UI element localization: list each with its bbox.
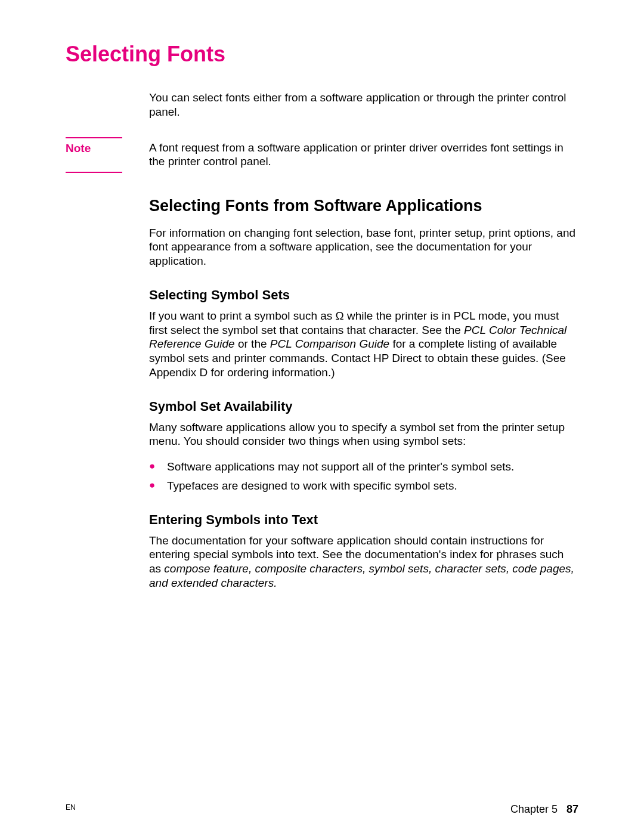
intro-paragraph: You can select fonts either from a softw… — [149, 91, 578, 119]
footer-page-number: 87 — [566, 803, 578, 815]
subsection-body-3: The documentation for your software appl… — [149, 534, 578, 590]
italic-text: compose feature, composite characters, s… — [149, 562, 574, 589]
section-heading: Selecting Fonts from Software Applicatio… — [149, 197, 578, 215]
subsection-body-1: If you want to print a symbol such as Ω … — [149, 309, 578, 380]
note-label-column: Note — [66, 137, 149, 173]
note-label: Note — [66, 137, 122, 173]
subsection-heading-3: Entering Symbols into Text — [149, 512, 578, 528]
subsection-heading-2: Symbol Set Availability — [149, 399, 578, 414]
note-block: Note A font request from a software appl… — [66, 137, 578, 173]
subsection-body-2: Many software applications allow you to … — [149, 420, 578, 449]
list-item: Typefaces are designed to work with spec… — [149, 479, 578, 493]
footer-language: EN — [66, 803, 76, 812]
footer-page-info: Chapter 5 87 — [510, 803, 578, 816]
list-item: Software applications may not support al… — [149, 460, 578, 474]
text-segment: or the — [235, 337, 270, 350]
section-body: For information on changing font selecti… — [149, 226, 578, 268]
bullet-list: Software applications may not support al… — [149, 460, 578, 493]
page-title: Selecting Fonts — [66, 42, 578, 67]
note-text: A font request from a software applicati… — [149, 137, 578, 169]
subsection-heading-1: Selecting Symbol Sets — [149, 287, 578, 303]
footer-chapter: Chapter 5 — [510, 803, 558, 815]
document-page: Selecting Fonts You can select fonts eit… — [0, 0, 644, 833]
italic-text: PCL Comparison Guide — [270, 337, 389, 350]
